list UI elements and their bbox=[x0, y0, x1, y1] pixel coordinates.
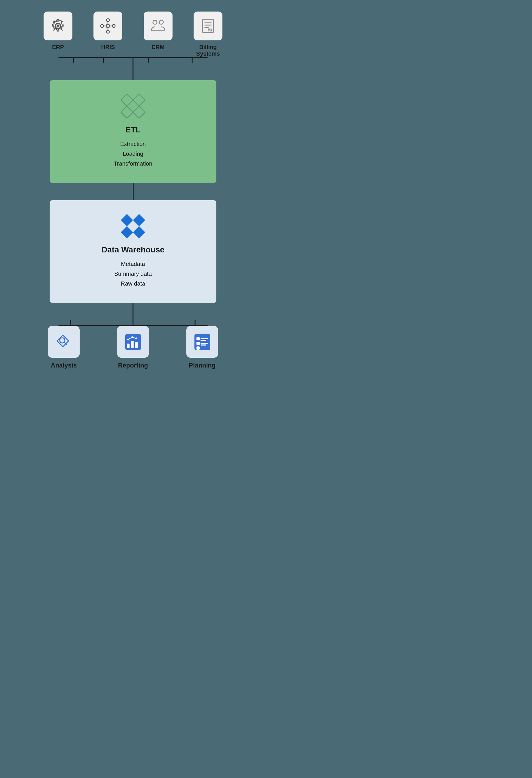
svg-rect-22 bbox=[121, 106, 133, 118]
analysis-label: Analysis bbox=[51, 362, 77, 369]
svg-point-1 bbox=[57, 24, 60, 27]
svg-rect-35 bbox=[135, 342, 138, 348]
etl-subtitle: Extraction Loading Transformation bbox=[114, 139, 152, 168]
hris-label: HRIS bbox=[101, 44, 115, 51]
svg-point-4 bbox=[106, 30, 109, 33]
etl-icon bbox=[117, 92, 149, 121]
output-planning: Planning bbox=[179, 326, 225, 369]
connector-top bbox=[35, 57, 231, 80]
reporting-icon bbox=[124, 333, 143, 352]
etl-title: ETL bbox=[126, 125, 141, 135]
dw-icon bbox=[117, 212, 149, 241]
hris-icon-box bbox=[93, 11, 122, 41]
svg-point-2 bbox=[106, 24, 109, 28]
svg-rect-33 bbox=[127, 343, 130, 348]
analysis-icon bbox=[55, 333, 73, 352]
svg-rect-34 bbox=[131, 341, 134, 348]
svg-rect-23 bbox=[133, 106, 145, 118]
output-row: Analysis Reporting bbox=[35, 326, 231, 369]
top-vertical-line bbox=[133, 57, 134, 80]
svg-rect-21 bbox=[133, 94, 145, 106]
source-erp: ERP bbox=[41, 11, 75, 57]
planning-icon bbox=[193, 333, 212, 352]
etl-box: ETL Extraction Loading Transformation bbox=[50, 80, 216, 183]
data-warehouse-box: Data Warehouse Metadata Summary data Raw… bbox=[50, 200, 216, 303]
svg-point-5 bbox=[101, 24, 103, 27]
architecture-diagram: ERP HRIS bbox=[35, 11, 231, 369]
svg-rect-40 bbox=[197, 337, 200, 340]
people-icon bbox=[150, 18, 166, 34]
reporting-icon-box bbox=[117, 326, 149, 358]
svg-point-3 bbox=[106, 19, 109, 22]
svg-point-11 bbox=[153, 20, 157, 24]
dw-subtitle: Metadata Summary data Raw data bbox=[114, 259, 152, 289]
gear-icon bbox=[50, 18, 66, 34]
connector-bottom bbox=[35, 303, 231, 326]
source-crm: CRM bbox=[141, 11, 175, 57]
network-icon bbox=[99, 18, 116, 34]
output-reporting: Reporting bbox=[110, 326, 156, 369]
billing-icon-box bbox=[194, 11, 222, 41]
crm-icon-box bbox=[144, 11, 172, 41]
svg-rect-27 bbox=[133, 226, 145, 238]
svg-rect-25 bbox=[133, 214, 145, 226]
erp-label: ERP bbox=[52, 44, 64, 51]
svg-point-12 bbox=[159, 20, 163, 24]
svg-rect-26 bbox=[121, 226, 133, 238]
document-icon bbox=[200, 18, 216, 34]
source-row: ERP HRIS bbox=[35, 11, 231, 57]
bottom-horizontal-line bbox=[59, 325, 208, 326]
svg-rect-20 bbox=[121, 94, 133, 106]
svg-point-6 bbox=[112, 24, 115, 27]
reporting-label: Reporting bbox=[118, 362, 148, 369]
svg-rect-24 bbox=[121, 214, 133, 226]
crm-label: CRM bbox=[151, 44, 165, 51]
source-hris: HRIS bbox=[91, 11, 125, 57]
source-billing: Billing Systems bbox=[191, 11, 225, 57]
planning-label: Planning bbox=[189, 362, 216, 369]
bottom-vertical-line bbox=[133, 303, 134, 326]
dw-title: Data Warehouse bbox=[101, 245, 164, 254]
analysis-icon-box bbox=[48, 326, 80, 358]
svg-rect-42 bbox=[197, 346, 200, 349]
output-analysis: Analysis bbox=[41, 326, 87, 369]
billing-label: Billing Systems bbox=[191, 44, 225, 57]
connector-middle bbox=[133, 183, 134, 200]
erp-icon-box bbox=[44, 11, 72, 41]
planning-icon-box bbox=[186, 326, 218, 358]
svg-rect-41 bbox=[197, 342, 200, 345]
